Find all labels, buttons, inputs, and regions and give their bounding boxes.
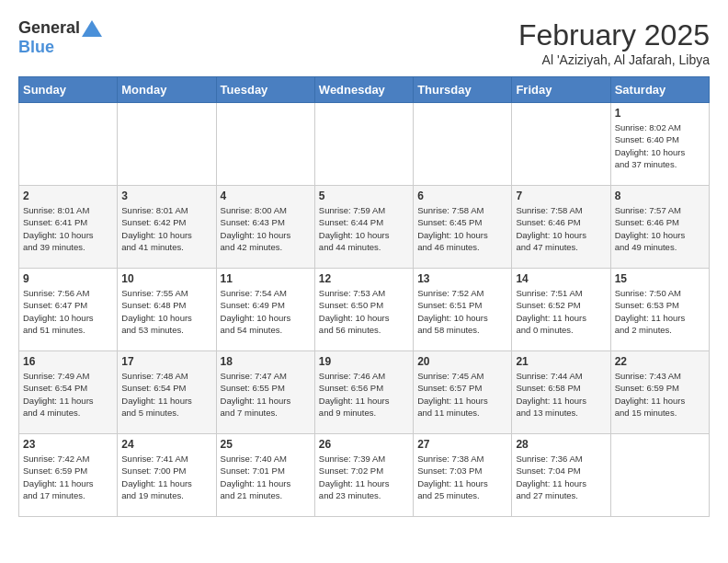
- day-cell: 16Sunrise: 7:49 AM Sunset: 6:54 PM Dayli…: [19, 351, 118, 434]
- day-number: 19: [319, 355, 409, 368]
- day-cell: 28Sunrise: 7:36 AM Sunset: 7:04 PM Dayli…: [512, 434, 610, 517]
- day-cell: 11Sunrise: 7:54 AM Sunset: 6:49 PM Dayli…: [216, 269, 314, 351]
- day-number: 16: [23, 355, 113, 368]
- day-detail: Sunrise: 7:57 AM Sunset: 6:46 PM Dayligh…: [615, 204, 705, 253]
- day-cell: 15Sunrise: 7:50 AM Sunset: 6:53 PM Dayli…: [610, 269, 709, 351]
- day-cell: 20Sunrise: 7:45 AM Sunset: 6:57 PM Dayli…: [414, 351, 512, 434]
- day-number: 15: [615, 272, 705, 285]
- logo-icon: [82, 20, 102, 37]
- day-detail: Sunrise: 7:41 AM Sunset: 7:00 PM Dayligh…: [121, 453, 211, 501]
- day-cell: 7Sunrise: 7:58 AM Sunset: 6:46 PM Daylig…: [512, 186, 610, 269]
- day-number: 27: [417, 438, 507, 451]
- day-cell: [19, 103, 118, 186]
- day-cell: 9Sunrise: 7:56 AM Sunset: 6:47 PM Daylig…: [19, 269, 118, 351]
- day-cell: 6Sunrise: 7:58 AM Sunset: 6:45 PM Daylig…: [414, 186, 512, 269]
- day-detail: Sunrise: 7:51 AM Sunset: 6:52 PM Dayligh…: [516, 287, 606, 336]
- day-number: 21: [516, 355, 606, 368]
- day-number: 6: [417, 190, 507, 202]
- day-detail: Sunrise: 7:47 AM Sunset: 6:55 PM Dayligh…: [221, 370, 311, 419]
- day-detail: Sunrise: 7:54 AM Sunset: 6:49 PM Dayligh…: [221, 287, 311, 336]
- header-row: SundayMondayTuesdayWednesdayThursdayFrid…: [19, 77, 710, 103]
- day-cell: 27Sunrise: 7:38 AM Sunset: 7:03 PM Dayli…: [414, 434, 512, 517]
- logo-general: General: [18, 18, 80, 38]
- header-tuesday: Tuesday: [216, 77, 314, 103]
- day-detail: Sunrise: 8:02 AM Sunset: 6:40 PM Dayligh…: [615, 121, 705, 170]
- day-cell: 3Sunrise: 8:01 AM Sunset: 6:42 PM Daylig…: [118, 186, 216, 269]
- day-cell: 14Sunrise: 7:51 AM Sunset: 6:52 PM Dayli…: [512, 269, 610, 351]
- day-cell: [216, 103, 314, 186]
- day-detail: Sunrise: 7:36 AM Sunset: 7:04 PM Dayligh…: [516, 453, 606, 501]
- day-cell: [414, 103, 512, 186]
- day-cell: 18Sunrise: 7:47 AM Sunset: 6:55 PM Dayli…: [216, 351, 314, 434]
- day-detail: Sunrise: 7:48 AM Sunset: 6:54 PM Dayligh…: [121, 370, 211, 419]
- day-cell: [314, 103, 413, 186]
- day-number: 22: [615, 355, 705, 368]
- day-number: 26: [319, 438, 409, 451]
- header-friday: Friday: [512, 77, 610, 103]
- day-detail: Sunrise: 7:45 AM Sunset: 6:57 PM Dayligh…: [417, 370, 507, 419]
- header-sunday: Sunday: [19, 77, 118, 103]
- day-number: 17: [121, 355, 211, 368]
- svg-marker-0: [82, 20, 102, 37]
- day-cell: 2Sunrise: 8:01 AM Sunset: 6:41 PM Daylig…: [19, 186, 118, 269]
- day-detail: Sunrise: 8:01 AM Sunset: 6:42 PM Dayligh…: [121, 204, 211, 253]
- day-detail: Sunrise: 7:38 AM Sunset: 7:03 PM Dayligh…: [417, 453, 507, 501]
- day-number: 9: [23, 272, 113, 285]
- day-cell: 22Sunrise: 7:43 AM Sunset: 6:59 PM Dayli…: [610, 351, 709, 434]
- day-detail: Sunrise: 7:44 AM Sunset: 6:58 PM Dayligh…: [516, 370, 606, 419]
- day-number: 1: [615, 107, 705, 120]
- day-detail: Sunrise: 7:55 AM Sunset: 6:48 PM Dayligh…: [121, 287, 211, 336]
- day-number: 5: [319, 190, 409, 202]
- week-row-0: 1Sunrise: 8:02 AM Sunset: 6:40 PM Daylig…: [19, 103, 710, 186]
- week-row-3: 16Sunrise: 7:49 AM Sunset: 6:54 PM Dayli…: [19, 351, 710, 434]
- day-number: 2: [23, 190, 113, 202]
- day-cell: 5Sunrise: 7:59 AM Sunset: 6:44 PM Daylig…: [314, 186, 413, 269]
- calendar-table: SundayMondayTuesdayWednesdayThursdayFrid…: [18, 76, 710, 517]
- week-row-2: 9Sunrise: 7:56 AM Sunset: 6:47 PM Daylig…: [19, 269, 710, 351]
- week-row-4: 23Sunrise: 7:42 AM Sunset: 6:59 PM Dayli…: [19, 434, 710, 517]
- day-number: 18: [221, 355, 311, 368]
- day-cell: 26Sunrise: 7:39 AM Sunset: 7:02 PM Dayli…: [314, 434, 413, 517]
- day-detail: Sunrise: 7:58 AM Sunset: 6:46 PM Dayligh…: [516, 204, 606, 253]
- day-detail: Sunrise: 7:52 AM Sunset: 6:51 PM Dayligh…: [417, 287, 507, 336]
- day-detail: Sunrise: 7:46 AM Sunset: 6:56 PM Dayligh…: [319, 370, 409, 419]
- day-cell: 19Sunrise: 7:46 AM Sunset: 6:56 PM Dayli…: [314, 351, 413, 434]
- header-monday: Monday: [118, 77, 216, 103]
- day-cell: 17Sunrise: 7:48 AM Sunset: 6:54 PM Dayli…: [118, 351, 216, 434]
- day-detail: Sunrise: 7:42 AM Sunset: 6:59 PM Dayligh…: [23, 453, 113, 501]
- day-cell: 24Sunrise: 7:41 AM Sunset: 7:00 PM Dayli…: [118, 434, 216, 517]
- day-detail: Sunrise: 7:43 AM Sunset: 6:59 PM Dayligh…: [615, 370, 705, 419]
- day-number: 13: [417, 272, 507, 285]
- day-cell: 25Sunrise: 7:40 AM Sunset: 7:01 PM Dayli…: [216, 434, 314, 517]
- day-number: 14: [516, 272, 606, 285]
- day-detail: Sunrise: 7:39 AM Sunset: 7:02 PM Dayligh…: [319, 453, 409, 501]
- day-cell: 21Sunrise: 7:44 AM Sunset: 6:58 PM Dayli…: [512, 351, 610, 434]
- header-thursday: Thursday: [414, 77, 512, 103]
- week-row-1: 2Sunrise: 8:01 AM Sunset: 6:41 PM Daylig…: [19, 186, 710, 269]
- day-detail: Sunrise: 7:58 AM Sunset: 6:45 PM Dayligh…: [417, 204, 507, 253]
- day-detail: Sunrise: 7:56 AM Sunset: 6:47 PM Dayligh…: [23, 287, 113, 336]
- day-cell: 1Sunrise: 8:02 AM Sunset: 6:40 PM Daylig…: [610, 103, 709, 186]
- day-detail: Sunrise: 7:50 AM Sunset: 6:53 PM Dayligh…: [615, 287, 705, 336]
- day-cell: 13Sunrise: 7:52 AM Sunset: 6:51 PM Dayli…: [414, 269, 512, 351]
- day-number: 28: [516, 438, 606, 451]
- header-saturday: Saturday: [610, 77, 709, 103]
- day-detail: Sunrise: 7:49 AM Sunset: 6:54 PM Dayligh…: [23, 370, 113, 419]
- day-detail: Sunrise: 7:40 AM Sunset: 7:01 PM Dayligh…: [221, 453, 311, 501]
- day-number: 3: [121, 190, 211, 202]
- day-number: 11: [221, 272, 311, 285]
- day-number: 24: [121, 438, 211, 451]
- day-cell: 12Sunrise: 7:53 AM Sunset: 6:50 PM Dayli…: [314, 269, 413, 351]
- day-detail: Sunrise: 7:59 AM Sunset: 6:44 PM Dayligh…: [319, 204, 409, 253]
- page-header: General Blue February 2025 Al 'Aziziyah,…: [18, 18, 710, 67]
- day-cell: [118, 103, 216, 186]
- day-number: 25: [221, 438, 311, 451]
- header-wednesday: Wednesday: [314, 77, 413, 103]
- logo-blue: Blue: [18, 38, 54, 57]
- day-number: 20: [417, 355, 507, 368]
- day-cell: 8Sunrise: 7:57 AM Sunset: 6:46 PM Daylig…: [610, 186, 709, 269]
- day-cell: 4Sunrise: 8:00 AM Sunset: 6:43 PM Daylig…: [216, 186, 314, 269]
- title-area: February 2025 Al 'Aziziyah, Al Jafarah, …: [518, 18, 710, 67]
- day-number: 8: [615, 190, 705, 202]
- day-cell: [512, 103, 610, 186]
